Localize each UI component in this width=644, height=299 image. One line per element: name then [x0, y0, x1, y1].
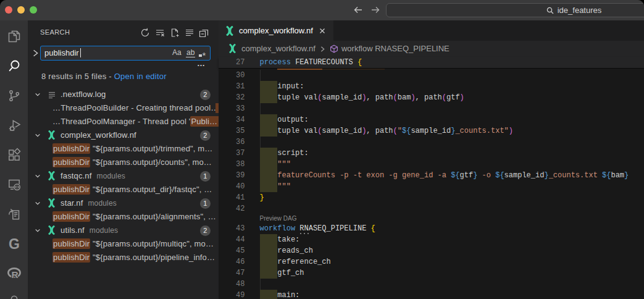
svg-text:G: G: [9, 236, 20, 252]
svg-text:R: R: [11, 269, 18, 279]
